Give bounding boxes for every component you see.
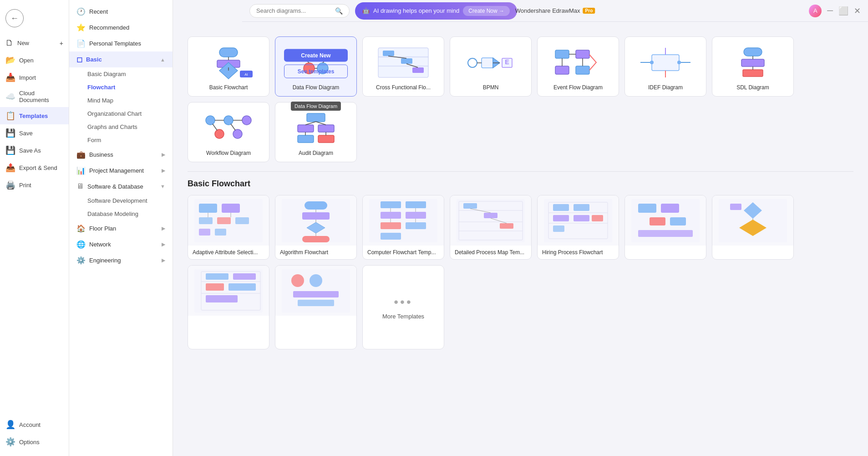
sidebar-org-chart-label: Organizational Chart bbox=[87, 110, 142, 117]
template-card-5[interactable]: Hiring Process Flowchart bbox=[537, 195, 619, 260]
sidebar-item-save-as[interactable]: 💾 Save As bbox=[0, 142, 69, 159]
search-input[interactable] bbox=[256, 7, 335, 14]
close-button[interactable]: ✕ bbox=[854, 6, 861, 16]
sidebar-mind-map[interactable]: Mind Map bbox=[69, 94, 173, 107]
sidebar-item-export-label: Export & Send bbox=[19, 164, 57, 171]
svg-rect-82 bbox=[381, 201, 401, 208]
svg-rect-111 bbox=[592, 215, 603, 221]
sidebar-item-options[interactable]: ⚙️ Options bbox=[0, 433, 69, 451]
svg-rect-28 bbox=[576, 50, 589, 58]
svg-rect-115 bbox=[661, 204, 679, 213]
plus-icon: + bbox=[60, 40, 63, 47]
sidebar-item-cloud[interactable]: ☁️ Cloud Documents bbox=[0, 86, 69, 107]
sidebar-item-export[interactable]: 📤 Export & Send bbox=[0, 159, 69, 176]
template-card-6[interactable] bbox=[624, 195, 706, 260]
diagram-card-workflow[interactable]: Workflow Diagram bbox=[188, 102, 269, 162]
svg-rect-136 bbox=[293, 291, 339, 297]
engineering-chevron-icon: ▶ bbox=[162, 257, 165, 263]
sidebar-item-import[interactable]: 📥 Import bbox=[0, 69, 69, 86]
svg-rect-66 bbox=[222, 204, 240, 213]
sidebar-wide: 🕐 Recent ⭐ Recommended 📄 Personal Templa… bbox=[69, 0, 173, 456]
svg-rect-17 bbox=[401, 58, 412, 64]
sidebar-software-db-header[interactable]: 🖥 Software & Database ▼ bbox=[69, 179, 173, 194]
sidebar-flowchart[interactable]: Flowchart bbox=[69, 81, 173, 94]
sidebar-graphs-charts[interactable]: Graphs and Charts bbox=[69, 120, 173, 133]
sidebar-item-account[interactable]: 👤 Account bbox=[0, 416, 69, 433]
divider bbox=[188, 171, 853, 172]
sidebar-form[interactable]: Form bbox=[69, 133, 173, 147]
diagram-card-idef[interactable]: IDEF Diagram bbox=[624, 36, 706, 97]
sidebar-item-print-label: Print bbox=[19, 182, 31, 189]
svg-rect-56 bbox=[298, 125, 314, 132]
sidebar-business-header[interactable]: 💼 Business ▶ bbox=[69, 147, 173, 163]
sidebar-network-header[interactable]: 🌐 Network ▶ bbox=[69, 236, 173, 252]
svg-point-39 bbox=[650, 61, 654, 64]
template-card-8[interactable] bbox=[188, 265, 269, 349]
sidebar-org-chart[interactable]: Organizational Chart bbox=[69, 107, 173, 120]
floor-plan-chevron-icon: ▶ bbox=[162, 225, 165, 231]
ai-icon: 🤖 bbox=[362, 7, 370, 14]
svg-rect-109 bbox=[553, 215, 569, 221]
account-icon: 👤 bbox=[5, 420, 15, 430]
svg-rect-132 bbox=[206, 295, 238, 302]
sidebar-db-modeling[interactable]: Database Modeling bbox=[69, 207, 173, 220]
template-card-3[interactable]: Computer Flowchart Temp... bbox=[362, 195, 444, 260]
diagram-card-event-flow[interactable]: Event Flow Diagram bbox=[537, 36, 619, 97]
svg-rect-65 bbox=[199, 204, 217, 213]
sidebar-software-dev[interactable]: Software Development bbox=[69, 194, 173, 207]
back-button[interactable]: ← bbox=[5, 9, 24, 27]
diagram-card-data-flow[interactable]: Data Flow Diagram Create New See templat… bbox=[275, 36, 357, 97]
sidebar-project-mgmt-header[interactable]: 📊 Project Management ▶ bbox=[69, 163, 173, 179]
save-as-icon: 💾 bbox=[5, 145, 15, 155]
diagram-card-bpmn[interactable]: E BPMN bbox=[450, 36, 532, 97]
sdl-label: SDL Diagram bbox=[736, 84, 769, 91]
template-6-label bbox=[625, 246, 706, 253]
svg-rect-86 bbox=[381, 222, 401, 229]
template-card-4[interactable]: Detailed Process Map Tem... bbox=[450, 195, 532, 260]
sidebar-mind-map-label: Mind Map bbox=[87, 97, 113, 104]
template-card-7[interactable] bbox=[712, 195, 794, 260]
see-templates-button[interactable]: See templates bbox=[284, 65, 348, 78]
svg-rect-130 bbox=[206, 283, 224, 291]
diagram-card-sdl[interactable]: SDL Diagram bbox=[712, 36, 794, 97]
svg-rect-75 bbox=[305, 201, 327, 210]
basic-flowchart-image: AI bbox=[199, 44, 258, 81]
maximize-button[interactable]: ⬜ bbox=[838, 6, 848, 16]
more-templates-card[interactable]: ••• More Templates bbox=[362, 265, 444, 349]
svg-rect-83 bbox=[406, 201, 426, 208]
sidebar-item-open[interactable]: 📂 Open bbox=[0, 51, 69, 69]
diagram-card-cross-functional[interactable]: Cross Functional Flo... bbox=[362, 36, 444, 97]
sidebar-item-new[interactable]: 🗋 New + bbox=[0, 35, 69, 51]
software-db-chevron-icon: ▼ bbox=[160, 184, 165, 189]
more-dots: ••• bbox=[394, 295, 412, 309]
svg-rect-0 bbox=[219, 48, 238, 57]
svg-rect-68 bbox=[217, 217, 231, 224]
sidebar-recommended[interactable]: ⭐ Recommended bbox=[69, 20, 173, 36]
search-bar[interactable]: 🔍 bbox=[249, 4, 350, 18]
sidebar-recent[interactable]: 🕐 Recent bbox=[69, 4, 173, 20]
minimize-button[interactable]: ─ bbox=[827, 6, 833, 15]
sidebar-basic-diagram[interactable]: Basic Diagram bbox=[69, 67, 173, 81]
svg-point-134 bbox=[291, 274, 304, 287]
template-7-label bbox=[712, 246, 793, 253]
sidebar-floor-plan-header[interactable]: 🏠 Floor Plan ▶ bbox=[69, 220, 173, 236]
diagram-card-audit[interactable]: Audit Diagram bbox=[275, 102, 357, 162]
sidebar-item-print[interactable]: 🖨️ Print bbox=[0, 176, 69, 194]
diagram-card-basic-flowchart[interactable]: AI Basic Flowchart bbox=[188, 36, 269, 97]
sidebar-item-save[interactable]: 💾 Save bbox=[0, 124, 69, 142]
svg-rect-99 bbox=[484, 213, 497, 218]
template-card-9[interactable] bbox=[275, 265, 357, 349]
create-now-button[interactable]: Create Now → bbox=[463, 6, 510, 16]
template-1-image bbox=[188, 195, 269, 246]
sidebar-personal-templates[interactable]: 📄 Personal Templates bbox=[69, 36, 173, 51]
ai-banner[interactable]: 🤖 AI drawing helps open your mind Create… bbox=[355, 2, 517, 20]
sidebar-engineering-header[interactable]: ⚙️ Engineering ▶ bbox=[69, 252, 173, 268]
sidebar-basic-header[interactable]: ◻ Basic ▲ bbox=[69, 51, 173, 67]
template-card-2[interactable]: Algorithm Flowchart bbox=[275, 195, 357, 260]
template-card-1[interactable]: Adaptive Attribute Selecti... bbox=[188, 195, 269, 260]
sidebar-item-templates[interactable]: 📋 Templates bbox=[0, 107, 69, 124]
svg-rect-41 bbox=[744, 48, 762, 56]
search-icon[interactable]: 🔍 bbox=[335, 7, 343, 15]
create-new-button[interactable]: Create New bbox=[284, 49, 348, 62]
avatar[interactable]: A bbox=[809, 5, 822, 17]
